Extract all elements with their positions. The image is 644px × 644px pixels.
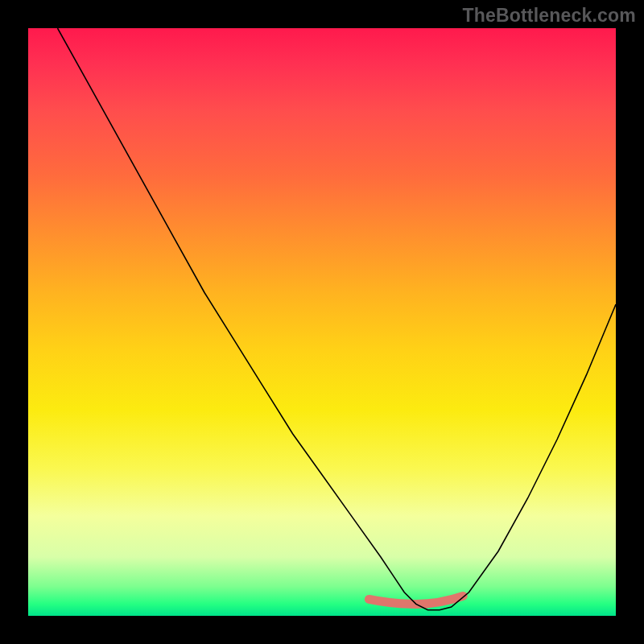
watermark-text: TheBottleneck.com (462, 5, 636, 27)
chart-svg (28, 28, 616, 616)
bottleneck-curve-line (58, 28, 617, 610)
plot-area (28, 28, 616, 616)
chart-container: TheBottleneck.com (0, 0, 644, 644)
optimal-range-highlight (369, 596, 463, 604)
